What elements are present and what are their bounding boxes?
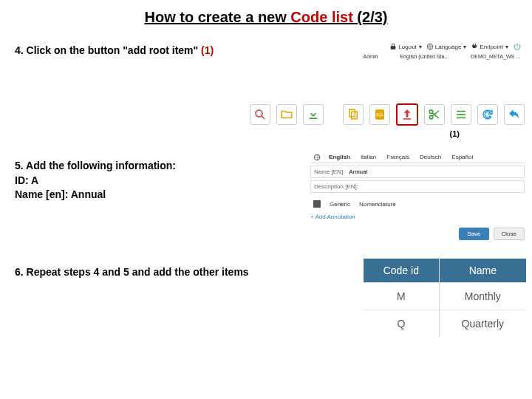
undo-icon bbox=[508, 108, 521, 121]
copy-button[interactable] bbox=[343, 104, 364, 125]
globe-icon bbox=[426, 43, 434, 50]
sql-button[interactable]: SQL bbox=[369, 104, 390, 125]
svg-text:SQL: SQL bbox=[376, 112, 384, 117]
step-5-line3: Name [en]: Annual bbox=[15, 188, 176, 202]
callout-1: (1) bbox=[450, 129, 460, 138]
language-tabs: English Italian Français Deutsch Español bbox=[310, 151, 525, 163]
plug-icon bbox=[471, 43, 478, 50]
add-annotation-link[interactable]: + Add Annotation bbox=[310, 214, 525, 220]
language-sub: English (United Sta... bbox=[400, 54, 449, 59]
tab-french[interactable]: Français bbox=[384, 153, 412, 161]
table-row: Q Quarterly bbox=[364, 310, 526, 338]
language-label: Language bbox=[435, 44, 462, 50]
section-row: Generic Nomenclature bbox=[310, 199, 525, 209]
endpoint-sub: DEMO_META_WS ... bbox=[471, 54, 520, 59]
title-suffix: (2/3) bbox=[353, 9, 388, 25]
topbar-row: Logout ▾ Language ▾ Endpoint ▾ bbox=[318, 41, 525, 52]
app-topbar: Logout ▾ Language ▾ Endpoint ▾ Admin Eng… bbox=[318, 41, 525, 61]
logout-label: Logout bbox=[398, 44, 416, 50]
form-buttons: Save Close bbox=[310, 228, 525, 240]
logout-item[interactable]: Logout ▾ bbox=[389, 43, 421, 50]
tab-german[interactable]: Deutsch bbox=[417, 153, 443, 161]
step-4-text: 4. Click on the button "add root item" bbox=[15, 44, 201, 56]
step-4: 4. Click on the button "add root item" (… bbox=[15, 44, 214, 56]
cell-name: Quarterly bbox=[439, 310, 526, 338]
tab-english[interactable]: English bbox=[327, 153, 352, 161]
title-highlight: Code list bbox=[290, 9, 352, 25]
desc-prefix: Description [EN]: bbox=[314, 183, 358, 190]
page-title: How to create a new Code list (2/3) bbox=[0, 9, 532, 26]
globe-icon bbox=[313, 154, 321, 161]
step-5-line2: ID: A bbox=[15, 174, 176, 188]
undo-button[interactable] bbox=[504, 104, 525, 125]
power-icon[interactable] bbox=[513, 42, 522, 51]
name-prefix: Name [EN]: bbox=[314, 168, 344, 175]
save-button[interactable]: Save bbox=[459, 228, 488, 240]
cell-code: M bbox=[364, 283, 439, 310]
download-button[interactable] bbox=[303, 104, 324, 125]
cell-code: Q bbox=[364, 310, 439, 338]
table-row: M Monthly bbox=[364, 283, 526, 310]
sql-icon: SQL bbox=[373, 108, 386, 121]
svg-point-1 bbox=[256, 110, 262, 117]
tab-spanish[interactable]: Español bbox=[449, 153, 475, 161]
logout-sub: Admin bbox=[364, 54, 378, 59]
cell-name: Monthly bbox=[439, 283, 526, 310]
step-5: 5. Add the following information: ID: A … bbox=[15, 159, 176, 202]
table-header-row: Code id Name bbox=[364, 259, 526, 283]
section-nomenclature[interactable]: Nomenclature bbox=[359, 201, 396, 208]
th-code-id: Code id bbox=[364, 259, 439, 283]
step-4-marker: (1) bbox=[201, 44, 214, 56]
endpoint-item[interactable]: Endpoint ▾ bbox=[471, 43, 508, 50]
close-button[interactable]: Close bbox=[494, 228, 525, 240]
toolbar: SQL bbox=[250, 103, 525, 126]
refresh-icon bbox=[481, 108, 494, 121]
folder-button[interactable] bbox=[276, 104, 297, 125]
topbar-sub: Admin English (United Sta... DEMO_META_W… bbox=[318, 52, 525, 61]
download-icon bbox=[307, 108, 320, 121]
step-5-line1: 5. Add the following information: bbox=[15, 159, 176, 174]
refresh-button[interactable] bbox=[477, 104, 498, 125]
name-field-row: Name [EN]: bbox=[310, 166, 525, 178]
scissors-icon bbox=[428, 108, 441, 121]
step-6: 6. Repeat steps 4 and 5 and add the othe… bbox=[15, 266, 249, 278]
endpoint-label: Endpoint bbox=[480, 44, 503, 50]
search-button[interactable] bbox=[250, 104, 270, 125]
copy-icon bbox=[347, 108, 360, 121]
title-prefix: How to create a new bbox=[145, 9, 291, 25]
search-icon bbox=[253, 108, 267, 121]
section-icon bbox=[313, 200, 321, 208]
upload-icon bbox=[400, 108, 414, 121]
desc-input[interactable] bbox=[361, 183, 521, 191]
lock-icon bbox=[389, 43, 397, 50]
list-icon bbox=[454, 108, 468, 121]
desc-field-row: Description [EN]: bbox=[310, 180, 525, 193]
codes-table: Code id Name M Monthly Q Quarterly bbox=[364, 259, 526, 337]
cut-button[interactable] bbox=[424, 104, 445, 125]
form-panel: English Italian Français Deutsch Español… bbox=[310, 151, 525, 240]
section-generic[interactable]: Generic bbox=[330, 201, 350, 208]
add-root-item-button[interactable] bbox=[396, 103, 418, 126]
folder-icon bbox=[280, 108, 293, 121]
th-name: Name bbox=[439, 259, 526, 283]
language-item[interactable]: Language ▾ bbox=[426, 43, 467, 50]
name-input[interactable] bbox=[347, 168, 521, 176]
tab-italian[interactable]: Italian bbox=[358, 153, 378, 161]
list-button[interactable] bbox=[451, 104, 471, 125]
